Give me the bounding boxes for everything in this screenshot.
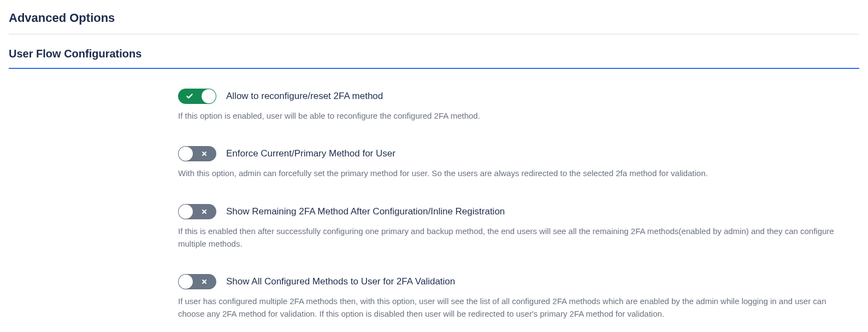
option-label: Enforce Current/Primary Method for User <box>226 148 395 159</box>
option-row: Enforce Current/Primary Method for User <box>178 146 843 161</box>
option-label: Allow to reconfigure/reset 2FA method <box>226 91 383 102</box>
toggle-knob <box>179 205 193 219</box>
option-row: Show Remaining 2FA Method After Configur… <box>178 204 843 219</box>
toggle-knob <box>202 89 216 103</box>
x-icon <box>201 278 208 285</box>
toggle-enforce-primary[interactable] <box>178 146 216 161</box>
toggle-show-all-configured[interactable] <box>178 274 216 289</box>
option-description: With this option, admin can forcefully s… <box>178 167 843 179</box>
option-description: If this is enabled then after successful… <box>178 225 843 251</box>
x-icon <box>201 150 208 157</box>
section-title: Advanced Options <box>9 11 859 34</box>
option-label: Show All Configured Methods to User for … <box>226 276 455 287</box>
toggle-knob <box>179 275 193 289</box>
option-enforce-primary: Enforce Current/Primary Method for User … <box>178 146 843 179</box>
option-description: If this option is enabled, user will be … <box>178 109 843 122</box>
toggle-show-remaining[interactable] <box>178 204 216 219</box>
option-row: Show All Configured Methods to User for … <box>178 274 843 289</box>
option-allow-reconfigure: Allow to reconfigure/reset 2FA method If… <box>178 89 843 122</box>
toggle-knob <box>179 147 193 161</box>
option-show-remaining: Show Remaining 2FA Method After Configur… <box>178 204 843 251</box>
option-description: If user has configured multiple 2FA meth… <box>178 295 843 321</box>
subsection-title: User Flow Configurations <box>9 48 859 69</box>
option-show-all-configured: Show All Configured Methods to User for … <box>178 274 843 321</box>
options-list: Allow to reconfigure/reset 2FA method If… <box>9 89 859 321</box>
option-row: Allow to reconfigure/reset 2FA method <box>178 89 843 104</box>
check-icon <box>186 92 193 100</box>
x-icon <box>201 208 208 215</box>
option-label: Show Remaining 2FA Method After Configur… <box>226 206 505 217</box>
toggle-allow-reconfigure[interactable] <box>178 89 216 104</box>
